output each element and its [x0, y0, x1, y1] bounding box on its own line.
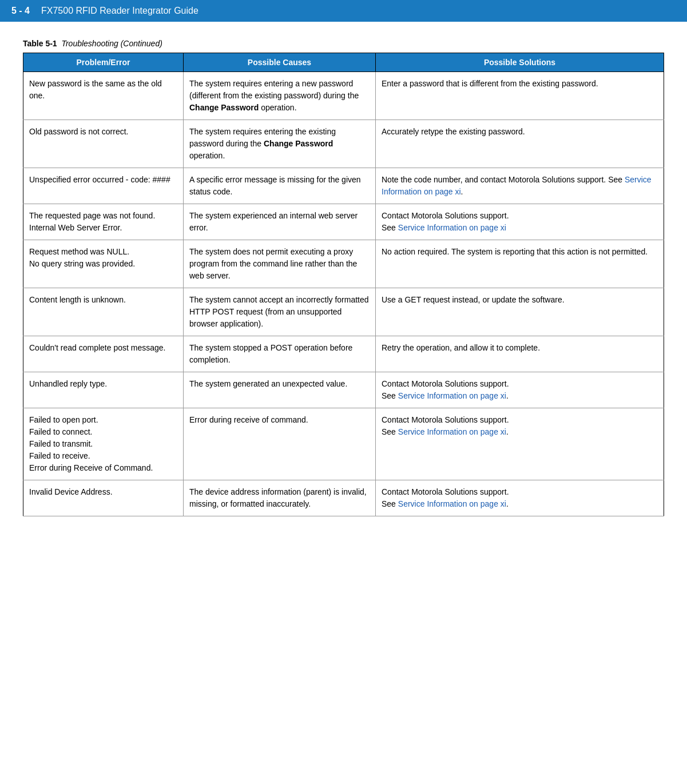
causes-cell: The system cannot accept an incorrectly … — [184, 288, 376, 336]
solutions-cell: Contact Motorola Solutions support.See S… — [376, 480, 664, 516]
problem-cell: Unhandled reply type. — [23, 372, 184, 408]
table-row: Invalid Device Address.The device addres… — [23, 480, 664, 516]
table-row: Failed to open port. Failed to connect. … — [23, 408, 664, 480]
service-info-link[interactable]: Service Information on page xi — [398, 427, 506, 436]
service-info-link[interactable]: Service Information on page xi — [382, 175, 652, 196]
service-info-link[interactable]: Service Information on page xi — [398, 223, 506, 232]
solutions-cell: Note the code number, and contact Motoro… — [376, 168, 664, 204]
causes-cell: The system generated an unexpected value… — [184, 372, 376, 408]
problem-cell: Invalid Device Address. — [23, 480, 184, 516]
problem-cell: Couldn't read complete post message. — [23, 336, 184, 372]
solutions-cell: Contact Motorola Solutions support.See S… — [376, 204, 664, 240]
causes-cell: The device address information (parent) … — [184, 480, 376, 516]
solutions-cell: No action required. The system is report… — [376, 240, 664, 288]
causes-cell: The system requires entering the existin… — [184, 120, 376, 168]
table-header-row: Problem/Error Possible Causes Possible S… — [23, 53, 664, 72]
solutions-cell: Retry the operation, and allow it to com… — [376, 336, 664, 372]
solutions-cell: Use a GET request instead, or update the… — [376, 288, 664, 336]
solutions-cell: Accurately retype the existing password. — [376, 120, 664, 168]
page-header: 5 - 4 FX7500 RFID Reader Integrator Guid… — [0, 0, 687, 22]
col-header-solutions: Possible Solutions — [376, 53, 664, 72]
main-content: Table 5-1 Troubleshooting (Continued) Pr… — [0, 22, 687, 534]
service-info-link[interactable]: Service Information on page xi — [398, 391, 506, 400]
table-title: Troubleshooting (Continued) — [61, 39, 162, 48]
problem-cell: The requested page was not found. Intern… — [23, 204, 184, 240]
problem-cell: Unspecified error occurred - code: #### — [23, 168, 184, 204]
problem-cell: Content length is unknown. — [23, 288, 184, 336]
col-header-causes: Possible Causes — [184, 53, 376, 72]
causes-cell: The system experienced an internal web s… — [184, 204, 376, 240]
table-row: Request method was NULL. No query string… — [23, 240, 664, 288]
table-caption: Table 5-1 Troubleshooting (Continued) — [23, 39, 664, 48]
problem-cell: Request method was NULL. No query string… — [23, 240, 184, 288]
solutions-cell: Enter a password that is different from … — [376, 72, 664, 120]
problem-cell: New password is the same as the old one. — [23, 72, 184, 120]
problem-cell: Failed to open port. Failed to connect. … — [23, 408, 184, 480]
table-row: Unspecified error occurred - code: ####A… — [23, 168, 664, 204]
table-row: New password is the same as the old one.… — [23, 72, 664, 120]
troubleshooting-table: Problem/Error Possible Causes Possible S… — [23, 53, 664, 516]
solutions-cell: Contact Motorola Solutions support.See S… — [376, 408, 664, 480]
problem-cell: Old password is not correct. — [23, 120, 184, 168]
table-row: Couldn't read complete post message.The … — [23, 336, 664, 372]
table-label: Table 5-1 — [23, 39, 57, 48]
table-row: Unhandled reply type.The system generate… — [23, 372, 664, 408]
page-title: FX7500 RFID Reader Integrator Guide — [41, 6, 198, 16]
causes-cell: The system stopped a POST operation befo… — [184, 336, 376, 372]
table-row: Content length is unknown.The system can… — [23, 288, 664, 336]
solutions-cell: Contact Motorola Solutions support.See S… — [376, 372, 664, 408]
causes-cell: Error during receive of command. — [184, 408, 376, 480]
table-row: Old password is not correct.The system r… — [23, 120, 664, 168]
col-header-problem: Problem/Error — [23, 53, 184, 72]
table-row: The requested page was not found. Intern… — [23, 204, 664, 240]
causes-cell: The system requires entering a new passw… — [184, 72, 376, 120]
causes-cell: The system does not permit executing a p… — [184, 240, 376, 288]
causes-cell: A specific error message is missing for … — [184, 168, 376, 204]
chapter-number: 5 - 4 — [11, 6, 30, 16]
service-info-link[interactable]: Service Information on page xi — [398, 499, 506, 508]
